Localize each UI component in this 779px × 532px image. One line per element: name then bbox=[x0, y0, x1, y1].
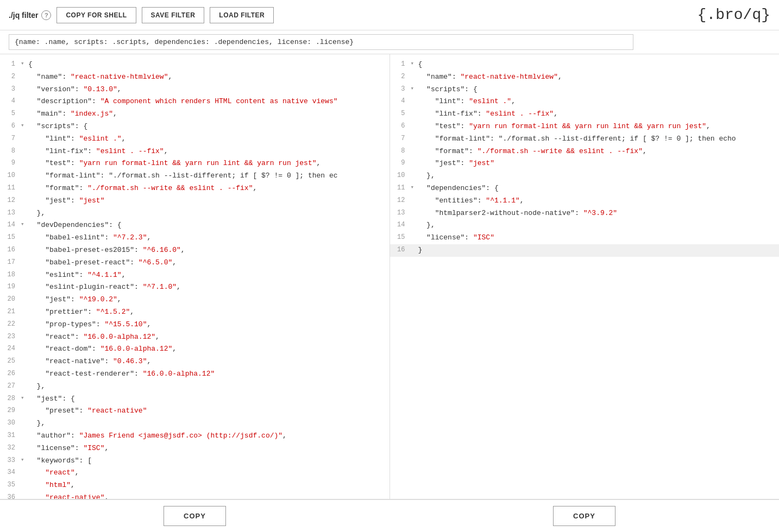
logo: {.bro/q} bbox=[698, 7, 770, 23]
table-row: 2 "name": "react-native-htmlview", bbox=[0, 71, 389, 84]
table-row: 13 }, bbox=[0, 207, 389, 220]
table-row: 11▾ "dependencies": { bbox=[390, 182, 780, 195]
footer: COPY COPY bbox=[0, 499, 779, 532]
table-row: 35 "html", bbox=[0, 479, 389, 492]
table-row: 21 "prettier": "^1.5.2", bbox=[0, 306, 389, 319]
table-row: 26 "react-test-renderer": "16.0.0-alpha.… bbox=[0, 368, 389, 381]
table-row: 1▾{ bbox=[390, 59, 780, 71]
main-content: 1▾{2 "name": "react-native-htmlview",3 "… bbox=[0, 54, 779, 499]
right-code-table: 1▾{2 "name": "react-native-htmlview",3▾ … bbox=[390, 59, 780, 257]
table-row: 24 "react-dom": "16.0.0-alpha.12", bbox=[0, 343, 389, 356]
table-row: 33▾ "keywords": [ bbox=[0, 455, 389, 467]
table-row: 19 "eslint-plugin-react": "^7.1.0", bbox=[0, 281, 389, 294]
table-row: 10 "format-lint": "./format.sh --list-di… bbox=[0, 170, 389, 182]
right-code-scroll[interactable]: 1▾{2 "name": "react-native-htmlview",3▾ … bbox=[390, 54, 780, 499]
table-row: 13 "htmlparser2-without-node-native": "^… bbox=[390, 207, 780, 220]
table-row: 10 }, bbox=[390, 170, 780, 182]
table-row: 30 }, bbox=[0, 417, 389, 430]
table-row: 6▾ "scripts": { bbox=[0, 121, 389, 133]
jq-filter-label: ./jq filter ? bbox=[9, 10, 51, 20]
table-row: 14 }, bbox=[390, 219, 780, 232]
table-row: 5 "lint-fix": "eslint . --fix", bbox=[390, 108, 780, 121]
table-row: 32 "license": "ISC", bbox=[0, 442, 389, 455]
jq-filter-text: ./jq filter bbox=[9, 11, 38, 20]
table-row: 5 "main": "index.js", bbox=[0, 108, 389, 121]
table-row: 11 "format": "./format.sh --write && esl… bbox=[0, 182, 389, 195]
table-row: 14▾ "devDependencies": { bbox=[0, 219, 389, 232]
table-row: 3▾ "scripts": { bbox=[390, 84, 780, 96]
table-row: 17 "babel-preset-react": "^6.5.0", bbox=[0, 257, 389, 269]
table-row: 12 "entities": "^1.1.1", bbox=[390, 195, 780, 207]
help-icon[interactable]: ? bbox=[41, 10, 51, 20]
table-row: 18 "eslint": "^4.1.1", bbox=[0, 269, 389, 282]
table-row: 25 "react-native": "0.46.3", bbox=[0, 356, 389, 368]
copy-shell-button[interactable]: COPY FOR SHELL bbox=[56, 7, 136, 23]
right-code-panel: 1▾{2 "name": "react-native-htmlview",3▾ … bbox=[390, 54, 780, 499]
filter-input[interactable] bbox=[9, 34, 633, 50]
table-row: 36 "react-native", bbox=[0, 492, 389, 499]
table-row: 22 "prop-types": "^15.5.10", bbox=[0, 319, 389, 331]
left-code-panel: 1▾{2 "name": "react-native-htmlview",3 "… bbox=[0, 54, 390, 499]
right-footer: COPY bbox=[389, 506, 779, 526]
left-code-table: 1▾{2 "name": "react-native-htmlview",3 "… bbox=[0, 59, 389, 499]
table-row: 27 }, bbox=[0, 381, 389, 393]
save-filter-button[interactable]: SAVE FILTER bbox=[142, 7, 205, 23]
left-code-scroll[interactable]: 1▾{2 "name": "react-native-htmlview",3 "… bbox=[0, 54, 389, 499]
table-row: 3 "version": "0.13.0", bbox=[0, 84, 389, 96]
table-row: 12 "jest": "jest" bbox=[0, 195, 389, 207]
table-row: 1▾{ bbox=[0, 59, 389, 71]
table-row: 20 "jest": "^19.0.2", bbox=[0, 294, 389, 306]
table-row: 7 "format-lint": "./format.sh --list-dif… bbox=[390, 133, 780, 145]
table-row: 16 "babel-preset-es2015": "^6.16.0", bbox=[0, 244, 389, 257]
table-row: 31 "author": "James Friend <james@jsdf.c… bbox=[0, 430, 389, 442]
left-copy-button[interactable]: COPY bbox=[164, 506, 226, 526]
table-row: 15 "license": "ISC" bbox=[390, 232, 780, 244]
table-row: 6 "test": "yarn run format-lint && yarn … bbox=[390, 121, 780, 133]
table-row: 29 "preset": "react-native" bbox=[0, 405, 389, 417]
table-row: 8 "lint-fix": "eslint . --fix", bbox=[0, 145, 389, 158]
table-row: 2 "name": "react-native-htmlview", bbox=[390, 71, 780, 84]
table-row: 4 "lint": "eslint .", bbox=[390, 96, 780, 108]
table-row: 8 "format": "./format.sh --write && esli… bbox=[390, 145, 780, 158]
table-row: 16} bbox=[390, 244, 780, 257]
table-row: 23 "react": "16.0.0-alpha.12", bbox=[0, 331, 389, 344]
left-footer: COPY bbox=[0, 506, 389, 526]
table-row: 4 "description": "A component which rend… bbox=[0, 96, 389, 108]
table-row: 28▾ "jest": { bbox=[0, 393, 389, 406]
filter-bar bbox=[0, 30, 779, 54]
table-row: 15 "babel-eslint": "^7.2.3", bbox=[0, 232, 389, 244]
load-filter-button[interactable]: LOAD FILTER bbox=[210, 7, 274, 23]
table-row: 34 "react", bbox=[0, 467, 389, 479]
table-row: 7 "lint": "eslint .", bbox=[0, 133, 389, 145]
table-row: 9 "test": "yarn run format-lint && yarn … bbox=[0, 157, 389, 170]
right-copy-button[interactable]: COPY bbox=[553, 506, 615, 526]
toolbar: ./jq filter ? COPY FOR SHELL SAVE FILTER… bbox=[0, 0, 779, 30]
table-row: 9 "jest": "jest" bbox=[390, 157, 780, 170]
